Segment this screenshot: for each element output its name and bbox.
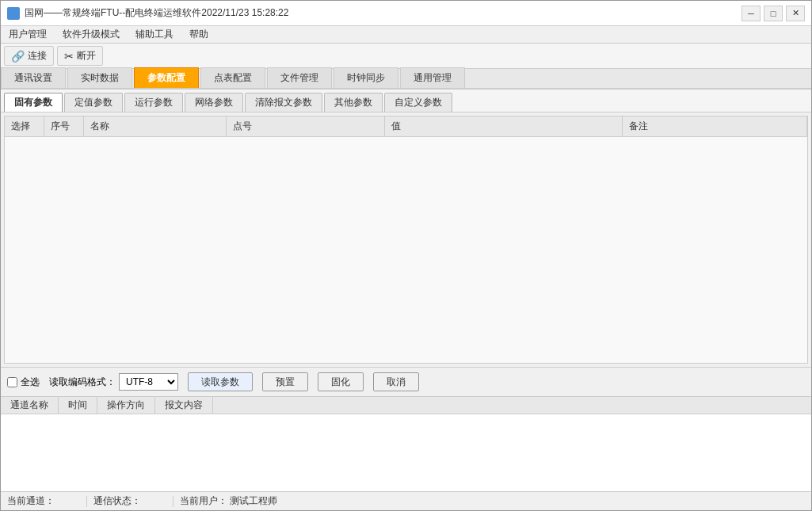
disconnect-label: 断开 — [77, 49, 96, 63]
solidify-button[interactable]: 固化 — [318, 372, 364, 391]
tab-params[interactable]: 参数配置 — [134, 67, 199, 88]
log-col-content: 报文内容 — [155, 396, 213, 414]
log-col-time: 时间 — [59, 396, 97, 414]
cancel-button[interactable]: 取消 — [373, 372, 419, 391]
status-divider-2 — [173, 496, 173, 507]
status-bar: 当前通道： 通信状态： 当前用户： 测试工程师 — [1, 491, 811, 510]
title-text: 国网——常规终端FTU--配电终端运维软件2022/11/23 15:28:22 — [25, 6, 288, 20]
bottom-toolbar: 全选 读取编码格式： UTF-8 GBK GB2312 ASCII 读取参数 预… — [1, 367, 811, 396]
select-all-label: 全选 — [21, 376, 40, 389]
current-channel-label: 当前通道： — [7, 494, 64, 508]
log-area: 通道名称 时间 操作方向 报文内容 — [1, 396, 811, 491]
col-value: 值 — [385, 116, 623, 136]
connect-button[interactable]: 🔗 连接 — [4, 46, 54, 66]
table-body — [5, 137, 807, 296]
log-body — [1, 414, 811, 491]
minimize-button[interactable]: ─ — [741, 6, 761, 21]
params-table: 选择 序号 名称 点号 值 备注 — [4, 116, 808, 364]
tab-general[interactable]: 通用管理 — [400, 67, 465, 88]
menu-bar: 用户管理 软件升级模式 辅助工具 帮助 — [1, 26, 811, 44]
log-header: 通道名称 时间 操作方向 报文内容 — [1, 397, 811, 414]
user-value-text: 测试工程师 — [230, 495, 277, 506]
menu-tools[interactable]: 辅助工具 — [128, 26, 181, 43]
select-all-checkbox[interactable] — [7, 377, 17, 387]
encoding-select[interactable]: UTF-8 GBK GB2312 ASCII — [119, 373, 178, 391]
menu-help[interactable]: 帮助 — [181, 26, 216, 43]
user-label-text: 当前用户： — [180, 495, 227, 506]
params-section: 固有参数 定值参数 运行参数 网络参数 清除报文参数 其他参数 自定义参数 选择… — [1, 90, 811, 396]
channel-label-text: 当前通道： — [7, 495, 55, 506]
col-name: 名称 — [84, 116, 227, 136]
select-all-checkbox-label[interactable]: 全选 — [7, 376, 40, 389]
current-user-label: 当前用户： 测试工程师 — [180, 494, 287, 508]
col-point: 点号 — [227, 116, 385, 136]
tab-realtime[interactable]: 实时数据 — [67, 67, 132, 88]
tab-filemanage[interactable]: 文件管理 — [267, 67, 332, 88]
disconnect-icon: ✂ — [64, 50, 74, 63]
subtab-setvalue[interactable]: 定值参数 — [64, 93, 123, 112]
col-select: 选择 — [5, 116, 44, 136]
sub-tabs: 固有参数 定值参数 运行参数 网络参数 清除报文参数 其他参数 自定义参数 — [1, 90, 811, 112]
preset-button[interactable]: 预置 — [262, 372, 308, 391]
title-controls: ─ □ ✕ — [741, 6, 805, 21]
app-window: 国网——常规终端FTU--配电终端运维软件2022/11/23 15:28:22… — [0, 0, 812, 511]
encoding-label: 读取编码格式： — [49, 376, 116, 389]
tab-pointtable[interactable]: 点表配置 — [200, 67, 265, 88]
maximize-button[interactable]: □ — [764, 6, 783, 21]
subtab-fixed[interactable]: 固有参数 — [4, 93, 63, 112]
subtab-custom[interactable]: 自定义参数 — [384, 93, 452, 112]
status-divider-1 — [86, 496, 87, 507]
col-note: 备注 — [623, 116, 807, 136]
subtab-clearreport[interactable]: 清除报文参数 — [245, 93, 322, 112]
table-header: 选择 序号 名称 点号 值 备注 — [5, 116, 807, 137]
title-bar: 国网——常规终端FTU--配电终端运维软件2022/11/23 15:28:22… — [1, 1, 811, 26]
col-seq: 序号 — [44, 116, 84, 136]
menu-user-manage[interactable]: 用户管理 — [1, 26, 55, 43]
comm-label-text: 通信状态： — [93, 495, 141, 506]
subtab-other[interactable]: 其他参数 — [324, 93, 383, 112]
encoding-group: 读取编码格式： UTF-8 GBK GB2312 ASCII — [49, 373, 178, 391]
connect-icon: 🔗 — [11, 50, 25, 63]
connect-label: 连接 — [28, 49, 47, 63]
menu-upgrade-mode[interactable]: 软件升级模式 — [55, 26, 128, 43]
tab-comms[interactable]: 通讯设置 — [1, 67, 66, 88]
toolbar: 🔗 连接 ✂ 断开 — [1, 44, 811, 69]
read-params-button[interactable]: 读取参数 — [188, 372, 253, 391]
nav-tabs: 通讯设置 实时数据 参数配置 点表配置 文件管理 时钟同步 通用管理 — [1, 69, 811, 90]
disconnect-button[interactable]: ✂ 断开 — [57, 46, 103, 66]
close-button[interactable]: ✕ — [786, 6, 805, 21]
comm-status-label: 通信状态： — [93, 494, 151, 508]
title-bar-left: 国网——常规终端FTU--配电终端运维软件2022/11/23 15:28:22 — [7, 6, 288, 20]
subtab-runtime[interactable]: 运行参数 — [124, 93, 183, 112]
subtab-network[interactable]: 网络参数 — [185, 93, 243, 112]
content-area: 固有参数 定值参数 运行参数 网络参数 清除报文参数 其他参数 自定义参数 选择… — [1, 90, 811, 510]
log-col-channel: 通道名称 — [1, 396, 59, 414]
app-icon — [7, 7, 20, 20]
log-col-direction: 操作方向 — [97, 396, 155, 414]
tab-timesync[interactable]: 时钟同步 — [334, 67, 398, 88]
